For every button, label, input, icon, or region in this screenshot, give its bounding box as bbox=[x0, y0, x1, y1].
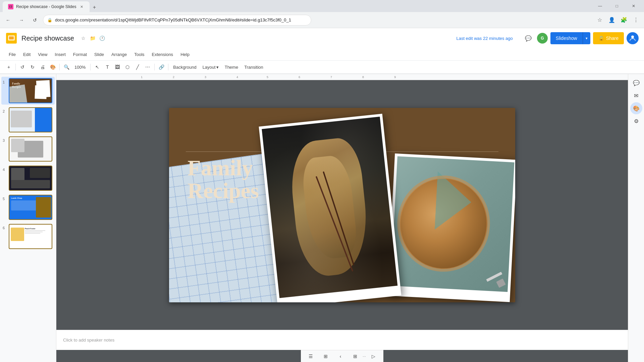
maximize-button[interactable]: □ bbox=[609, 1, 625, 11]
back-button[interactable]: ← bbox=[3, 15, 13, 25]
ruler-horizontal: 1 2 3 4 5 6 7 8 9 bbox=[56, 74, 628, 80]
background-button[interactable]: Background bbox=[170, 63, 199, 71]
url-text: docs.google.com/presentation/d/1spQItWjd… bbox=[55, 17, 291, 22]
slideshow-button[interactable]: Slideshow bbox=[550, 32, 583, 44]
layout-button[interactable]: Layout ▾ bbox=[200, 63, 221, 71]
menu-edit[interactable]: Edit bbox=[20, 51, 34, 58]
address-bar[interactable]: 🔒 docs.google.com/presentation/d/1spQItW… bbox=[43, 15, 311, 25]
forward-button[interactable]: → bbox=[16, 15, 27, 25]
slide-thumb-6[interactable]: 6 Peach Foster bbox=[1, 223, 55, 250]
profile-icon[interactable]: 👤 bbox=[606, 15, 617, 25]
add-to-drive-icon[interactable]: 📁 bbox=[89, 34, 97, 42]
slide-num-4: 4 bbox=[3, 166, 7, 172]
slide-thumb-4[interactable]: 4 bbox=[1, 164, 55, 192]
select-tool[interactable]: ↖ bbox=[93, 62, 102, 72]
menu-view[interactable]: View bbox=[35, 51, 51, 58]
slide-title: Family Recipes bbox=[187, 157, 259, 202]
transition-button[interactable]: Transition bbox=[241, 63, 266, 71]
status-bar: ☰ ⊞ ‹ ⊞ ··· ▷ bbox=[301, 350, 383, 362]
menu-help[interactable]: Help bbox=[177, 51, 193, 58]
extensions-icon[interactable]: 🧩 bbox=[619, 15, 629, 25]
slide-num-3: 3 bbox=[3, 136, 7, 142]
minimize-button[interactable]: — bbox=[592, 1, 608, 11]
slide-thumb-5[interactable]: 5 Lamb Chop bbox=[1, 193, 55, 221]
collaborators: G bbox=[537, 33, 548, 44]
image-tool[interactable]: 🖼 bbox=[113, 62, 122, 72]
notes-placeholder: Click to add speaker notes bbox=[63, 338, 114, 343]
slide-canvas[interactable]: Family Recipes bbox=[169, 108, 515, 302]
slideshow-group: Slideshow ▾ bbox=[550, 32, 590, 44]
theme-sidebar-button[interactable]: 🎨 bbox=[630, 102, 642, 114]
comments-button[interactable]: 💬 bbox=[522, 32, 534, 44]
close-button[interactable]: ✕ bbox=[626, 1, 641, 11]
slide-preview-5: Lamb Chop bbox=[9, 195, 52, 220]
menu-tools[interactable]: Tools bbox=[131, 51, 148, 58]
paint-format-button[interactable]: 🎨 bbox=[48, 62, 57, 72]
slides-panel: 1 FamilyRecipes 2 bbox=[0, 74, 56, 362]
canvas-container: Family Recipes bbox=[162, 80, 522, 330]
lock-icon: 🔒 bbox=[47, 18, 52, 22]
pie-photo[interactable] bbox=[387, 153, 515, 302]
print-button[interactable]: 🖨 bbox=[38, 62, 47, 72]
list-view-button[interactable]: ☰ bbox=[306, 352, 316, 361]
active-tab[interactable]: 🎞 Recipe showcase - Google Slides ✕ bbox=[3, 1, 90, 12]
undo-button[interactable]: ↺ bbox=[18, 62, 27, 72]
expand-button[interactable]: ▷ bbox=[369, 352, 378, 361]
slide-preview-1: FamilyRecipes bbox=[9, 78, 52, 103]
menu-file[interactable]: File bbox=[5, 51, 19, 58]
chat-sidebar-button[interactable]: ✉ bbox=[630, 89, 642, 102]
slide-title-line2: Recipes bbox=[187, 179, 259, 202]
line-tool[interactable]: ╱ bbox=[133, 62, 142, 72]
slide-num-5: 5 bbox=[3, 195, 7, 201]
zoom-out-button[interactable]: 🔍 bbox=[62, 62, 71, 72]
refresh-button[interactable]: ↺ bbox=[30, 15, 40, 25]
menu-format[interactable]: Format bbox=[70, 51, 90, 58]
add-button[interactable]: + bbox=[4, 62, 13, 72]
menu-arrange[interactable]: Arrange bbox=[108, 51, 130, 58]
bookmark-icon[interactable]: ☆ bbox=[594, 15, 605, 25]
version-history-icon[interactable]: 🕐 bbox=[98, 34, 106, 42]
shape-tool[interactable]: ⬡ bbox=[123, 62, 132, 72]
zoom-value[interactable]: 100% bbox=[72, 63, 88, 71]
browser-menu-icon[interactable]: ⋮ bbox=[631, 15, 641, 25]
slideshow-dropdown-button[interactable]: ▾ bbox=[583, 32, 590, 44]
toolbar-sep-3 bbox=[90, 64, 91, 70]
noodle-photo[interactable] bbox=[259, 114, 401, 302]
slide-title-line1: Family bbox=[187, 157, 259, 179]
slide-num-1: 1 bbox=[3, 78, 7, 84]
fit-to-slide-button[interactable]: ⊞ bbox=[351, 352, 360, 361]
grid-view-button[interactable]: ⊞ bbox=[321, 352, 330, 361]
toolbar: + ↺ ↻ 🖨 🎨 🔍 100% ↖ T 🖼 ⬡ ╱ ⋯ 🔗 Backgroun… bbox=[0, 60, 644, 74]
user-avatar[interactable] bbox=[627, 32, 639, 44]
share-label: Share bbox=[606, 36, 619, 41]
notes-area[interactable]: Click to add speaker notes bbox=[56, 330, 628, 350]
slide-thumb-3[interactable]: 3 bbox=[1, 135, 55, 163]
slide-thumb-1[interactable]: 1 FamilyRecipes bbox=[1, 77, 55, 105]
share-icon: 🔒 bbox=[598, 36, 604, 41]
menu-bar: File Edit View Insert Format Slide Arran… bbox=[0, 48, 644, 60]
comments-sidebar-button[interactable]: 💬 bbox=[630, 77, 642, 89]
google-slides-logo bbox=[5, 32, 17, 44]
more-shapes-button[interactable]: ⋯ bbox=[143, 62, 152, 72]
new-tab-button[interactable]: + bbox=[90, 3, 99, 12]
slide-dots: ··· bbox=[363, 354, 366, 359]
collaborator-avatar: G bbox=[537, 33, 548, 44]
redo-button[interactable]: ↻ bbox=[28, 62, 37, 72]
collapse-panel-button[interactable]: ‹ bbox=[336, 352, 345, 361]
menu-extensions[interactable]: Extensions bbox=[149, 51, 177, 58]
text-tool[interactable]: T bbox=[103, 62, 112, 72]
toolbar-sep-4 bbox=[154, 64, 155, 70]
slide-preview-6: Peach Foster bbox=[9, 224, 52, 249]
settings-sidebar-button[interactable]: ⚙ bbox=[630, 115, 642, 127]
menu-slide[interactable]: Slide bbox=[91, 51, 107, 58]
share-button[interactable]: 🔒 Share bbox=[593, 32, 624, 44]
slide-thumb-2[interactable]: 2 bbox=[1, 106, 55, 134]
menu-insert[interactable]: Insert bbox=[51, 51, 69, 58]
slide-preview-2 bbox=[9, 107, 52, 132]
tab-close-button[interactable]: ✕ bbox=[79, 4, 84, 9]
right-sidebar: 💬 ✉ 🎨 ⚙ bbox=[628, 74, 644, 362]
last-edit-link[interactable]: Last edit was 22 minutes ago bbox=[456, 36, 513, 41]
link-button[interactable]: 🔗 bbox=[157, 62, 166, 72]
theme-button[interactable]: Theme bbox=[222, 63, 241, 71]
star-icon[interactable]: ☆ bbox=[79, 34, 88, 42]
